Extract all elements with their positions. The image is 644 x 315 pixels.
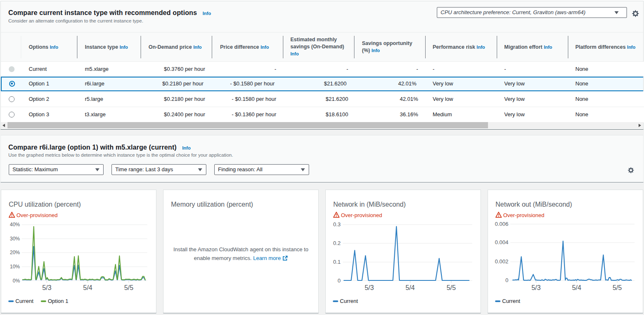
svg-text:5/4: 5/4 — [405, 284, 414, 291]
svg-text:0.006: 0.006 — [495, 221, 508, 227]
svg-text:5/5: 5/5 — [124, 284, 133, 291]
svg-text:5/5: 5/5 — [612, 284, 622, 291]
svg-text:5/4: 5/4 — [572, 284, 581, 291]
svg-text:0%: 0% — [12, 278, 20, 284]
svg-text:5/3: 5/3 — [531, 284, 540, 291]
svg-text:0.1: 0.1 — [333, 259, 340, 265]
svg-text:0.004: 0.004 — [495, 239, 508, 245]
svg-text:20%: 20% — [10, 250, 20, 255]
svg-text:0.002: 0.002 — [495, 258, 508, 265]
svg-text:5/5: 5/5 — [446, 284, 456, 291]
svg-text:5/4: 5/4 — [83, 284, 92, 291]
svg-text:0.2: 0.2 — [333, 240, 340, 246]
svg-text:5/3: 5/3 — [364, 284, 374, 291]
svg-text:10%: 10% — [10, 264, 20, 270]
svg-text:5/3: 5/3 — [42, 284, 51, 291]
svg-text:0.3: 0.3 — [333, 221, 340, 228]
svg-text:0: 0 — [505, 277, 508, 283]
svg-text:30%: 30% — [10, 236, 20, 242]
svg-text:40%: 40% — [10, 222, 20, 228]
svg-text:0: 0 — [337, 278, 340, 284]
